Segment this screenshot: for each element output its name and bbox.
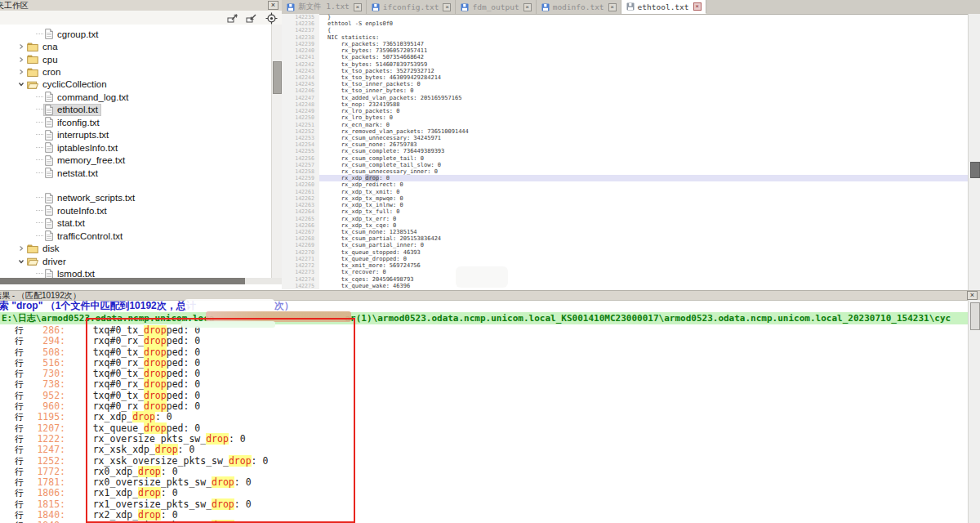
tree-connector — [36, 172, 43, 174]
tree-item-routeInfo.txt[interactable]: routeInfo.txt — [0, 204, 272, 217]
file-icon — [45, 29, 53, 39]
workspace-close-icon[interactable]: × — [268, 1, 278, 10]
tab-ifconfig.txt[interactable]: ifconfig.txt× — [367, 0, 457, 14]
result-row-line-1207[interactable]: 行1207: tx_queue_dropped: 0 — [0, 423, 969, 434]
editor-line: 142249 rx_lro_packets: 0 — [282, 108, 980, 114]
row-label: 行 — [15, 467, 26, 477]
tab-close-icon[interactable]: × — [354, 3, 362, 11]
result-line-number: 960: — [26, 401, 65, 412]
result-row-line-952[interactable]: 行952: txq#0_tx_dropped: 0 — [0, 391, 969, 401]
result-row-line-1195[interactable]: 行1195: rx_xdp_drop: 0 — [0, 412, 969, 422]
tree-connector — [36, 222, 43, 224]
result-line-number: 1840: — [26, 510, 65, 521]
tree-item-label: netstat.txt — [57, 168, 98, 178]
editor-text-area[interactable]: 142235}142236ethtool -S enp1s0f0142237{1… — [282, 14, 980, 290]
tree-item-command_log.txt[interactable]: command_log.txt — [0, 91, 272, 103]
tree-item-network_scripts.txt[interactable]: network_scripts.txt — [0, 192, 272, 204]
editor-line: 142245 tx_tso_inner_packets: 0 — [282, 81, 980, 87]
tree-item-trafficControl.txt[interactable]: trafficControl.txt — [0, 230, 272, 242]
tab-fdm_output[interactable]: fdm_output× — [456, 0, 536, 14]
result-row-line-960[interactable]: 行960: rxq#0_rx_dropped: 0 — [0, 401, 969, 412]
editor-line: 142248 tx_nop: 232419588 — [282, 101, 980, 108]
row-label: 行 — [15, 445, 26, 455]
tree-item-driver[interactable]: driver — [0, 255, 272, 267]
chevron-right-icon[interactable] — [18, 69, 26, 75]
tree-item-disk[interactable]: disk — [0, 242, 272, 254]
tree-item-label: cron — [42, 67, 60, 77]
tab-label: ifconfig.txt — [383, 2, 439, 11]
folder-icon — [27, 68, 38, 77]
collapse-all-icon[interactable] — [246, 12, 258, 24]
result-text: rx0_xdp_drop: 0 — [70, 467, 178, 477]
tree-item-iptablesInfo.txt[interactable]: iptablesInfo.txt — [0, 141, 272, 154]
row-label: 行 — [15, 336, 26, 346]
results-file-path[interactable]: E:\日志\armod0523.odata.ncmp.unicom.locaar… — [0, 312, 969, 324]
result-row-line-1815[interactable]: 行1815: rx1_oversize_pkts_sw_drop: 0 — [0, 499, 969, 510]
result-row-line-516[interactable]: 行516: rxq#0_rx_dropped: 0 — [0, 358, 969, 369]
row-label: 行 — [15, 510, 26, 521]
result-row-line-1247[interactable]: 行1247: rx_xsk_xdp_drop: 0 — [0, 445, 969, 455]
chevron-down-icon[interactable] — [18, 258, 26, 265]
result-row-line-1806[interactable]: 行1806: rx1_xdp_drop: 0 — [0, 488, 969, 498]
tree-item-label: cgroup.txt — [57, 29, 99, 39]
tree-item-ifconfig.txt[interactable]: ifconfig.txt — [0, 116, 272, 128]
results-summary-prefix: 搜索 "drop" （1个文件中匹配到10192次，总计 — [0, 300, 196, 311]
row-label: 行 — [15, 412, 26, 422]
result-row-line-1840[interactable]: 行1840: rx2_xdp_drop: 0 — [0, 510, 969, 521]
chevron-down-icon[interactable] — [18, 81, 26, 87]
result-row-line-508[interactable]: 行508: txq#0_tx_dropped: 0 — [0, 347, 969, 358]
chevron-right-icon[interactable] — [18, 56, 26, 63]
tree-item-memory_free.txt[interactable]: memory_free.txt — [0, 154, 272, 166]
result-text: rx_xsk_xdp_drop: 0 — [70, 445, 194, 455]
result-row-line-1222[interactable]: 行1222: rx_oversize_pkts_sw_drop: 0 — [0, 434, 969, 445]
result-text: rxq#0_rx_dropped: 0 — [70, 358, 200, 369]
result-row-line-1781[interactable]: 行1781: rx0_oversize_pkts_sw_drop: 0 — [0, 477, 969, 488]
tab-close-icon[interactable]: × — [523, 3, 532, 11]
tree-connector — [36, 109, 43, 110]
result-row-line-286[interactable]: 行286: txq#0_tx_dropped: 0 — [0, 325, 969, 336]
tab-modinfo.txt[interactable]: modinfo.txt× — [537, 0, 621, 14]
result-text: rx0_oversize_pkts_sw_drop: 0 — [70, 477, 252, 488]
tree-connector — [36, 122, 43, 123]
result-row-line-294[interactable]: 行294: rxq#0_rx_dropped: 0 — [0, 336, 969, 346]
expand-all-icon[interactable] — [227, 12, 239, 24]
tree-item-cyclicCollection[interactable]: cyclicCollection — [0, 78, 272, 91]
tab-close-icon[interactable]: × — [608, 3, 617, 11]
result-row-line-730[interactable]: 行730: txq#0_tx_dropped: 0 — [0, 369, 969, 379]
editor-line: 142251 rx_ecn_mark: 0 — [282, 122, 980, 128]
result-row-line-1772[interactable]: 行1772: rx0_xdp_drop: 0 — [0, 467, 969, 477]
chevron-right-icon[interactable] — [18, 43, 26, 50]
results-close-icon[interactable]: × — [967, 291, 978, 300]
tree-item-stat.txt[interactable]: stat.txt — [0, 217, 272, 230]
row-label: 行 — [15, 488, 26, 498]
editor-line: 142256 rx_csum_complete_tail: 0 — [282, 155, 980, 162]
tab-close-icon[interactable]: × — [693, 2, 702, 11]
editor-line: 142237{ — [282, 27, 980, 34]
tree-item-cpu[interactable]: cpu — [0, 53, 272, 65]
result-line-number: 1772: — [26, 467, 65, 477]
workspace-horizontal-scrollbar[interactable] — [0, 278, 282, 284]
workspace-toolbar — [0, 11, 282, 25]
editor-vertical-scrollbar[interactable] — [968, 14, 980, 290]
tree-item-lsmod.txt[interactable]: lsmod.txt — [0, 267, 272, 278]
result-row-line-738[interactable]: 行738: rxq#0_rx_dropped: 0 — [0, 379, 969, 390]
tree-item-cron[interactable]: cron — [0, 65, 272, 78]
tree-item-netstat.txt[interactable]: netstat.txt — [0, 167, 272, 179]
locate-file-icon[interactable] — [265, 12, 278, 24]
tree-item-cna[interactable]: cna — [0, 40, 272, 52]
editor-line: 142261 rx_xdp_tx_xmit: 0 — [282, 189, 980, 195]
match-highlight: drop — [212, 498, 234, 510]
results-vertical-scrollbar[interactable] — [968, 300, 980, 523]
tab-新文件 1.txt[interactable]: 新文件 1.txt× — [282, 0, 367, 14]
tree-item-interrupts.txt[interactable]: interrupts.txt — [0, 129, 272, 141]
chevron-right-icon[interactable] — [18, 245, 26, 252]
tree-item-ethtool.txt[interactable]: ethtool.txt — [0, 104, 272, 116]
workspace-vertical-scrollbar[interactable] — [271, 25, 282, 278]
match-highlight: drop — [144, 346, 167, 358]
editor-line: 142255 rx_csum_complete: 736449389393 — [282, 148, 980, 154]
tab-close-icon[interactable]: × — [443, 3, 451, 11]
tree-item-cgroup.txt[interactable]: cgroup.txt — [0, 28, 272, 40]
results-list: 行286: txq#0_tx_dropped: 0行294: rxq#0_rx_… — [0, 325, 969, 523]
result-row-line-1252[interactable]: 行1252: rx_xsk_oversize_pkts_sw_drop: 0 — [0, 456, 969, 467]
tab-ethtool.txt[interactable]: ethtool.txt× — [621, 0, 706, 14]
